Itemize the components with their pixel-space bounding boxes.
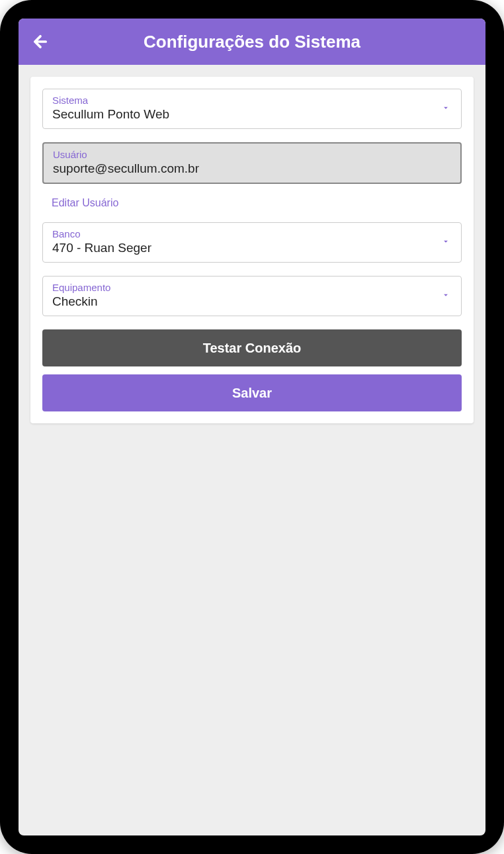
- page-title: Configurações do Sistema: [144, 32, 360, 52]
- content-area: Sistema Secullum Ponto Web Usuário supor…: [19, 65, 485, 835]
- sistema-select[interactable]: Sistema Secullum Ponto Web: [42, 89, 462, 129]
- arrow-left-icon: [31, 32, 50, 51]
- usuario-value: suporte@secullum.com.br: [53, 161, 451, 176]
- settings-card: Sistema Secullum Ponto Web Usuário supor…: [30, 77, 474, 423]
- tablet-frame: Configurações do Sistema Sistema Secullu…: [0, 0, 504, 854]
- sistema-label: Sistema: [52, 95, 452, 106]
- salvar-button[interactable]: Salvar: [42, 374, 462, 411]
- banco-select[interactable]: Banco 470 - Ruan Seger: [42, 222, 462, 263]
- chevron-down-icon: [441, 290, 450, 302]
- sistema-value: Secullum Ponto Web: [52, 107, 452, 122]
- equipamento-label: Equipamento: [52, 282, 452, 293]
- chevron-down-icon: [441, 237, 450, 249]
- testar-conexao-button[interactable]: Testar Conexão: [42, 329, 462, 366]
- equipamento-value: Checkin: [52, 294, 452, 309]
- usuario-field: Usuário suporte@secullum.com.br: [42, 142, 462, 184]
- editar-usuario-link[interactable]: Editar Usuário: [42, 197, 462, 222]
- button-label: Testar Conexão: [203, 341, 302, 356]
- button-label: Salvar: [232, 386, 272, 401]
- equipamento-select[interactable]: Equipamento Checkin: [42, 276, 462, 316]
- banco-label: Banco: [52, 228, 452, 239]
- usuario-label: Usuário: [53, 149, 451, 160]
- chevron-down-icon: [441, 103, 450, 115]
- banco-value: 470 - Ruan Seger: [52, 241, 452, 255]
- app-header: Configurações do Sistema: [19, 19, 485, 65]
- back-button[interactable]: [30, 32, 50, 52]
- screen: Configurações do Sistema Sistema Secullu…: [19, 19, 485, 835]
